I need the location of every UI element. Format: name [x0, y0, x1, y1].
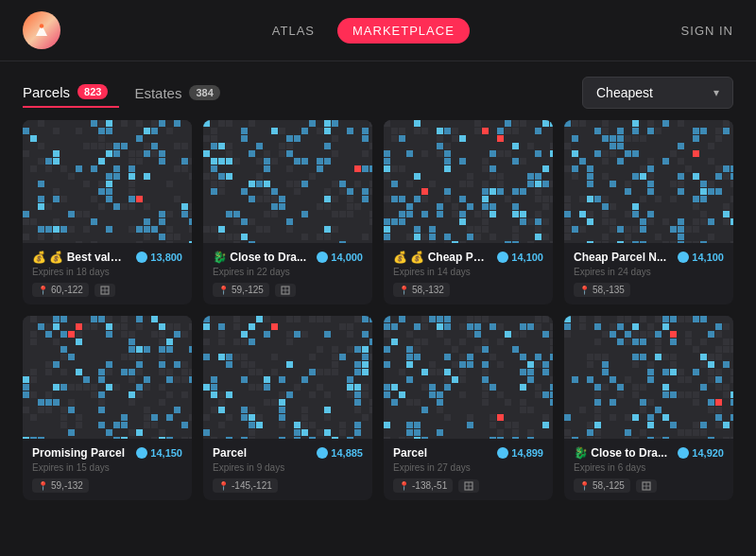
svg-rect-170: [68, 173, 75, 180]
svg-rect-292: [121, 211, 128, 217]
svg-rect-1152: [490, 234, 496, 240]
tab-parcels[interactable]: Parcels 823: [23, 78, 119, 108]
svg-rect-2476: [535, 346, 541, 353]
svg-rect-2673: [459, 414, 466, 421]
card-item[interactable]: Cheap Parcel N...14,100Expires in 24 day…: [564, 120, 733, 304]
svg-rect-8: [60, 120, 67, 127]
logo[interactable]: [23, 11, 60, 49]
svg-rect-3113: [632, 429, 639, 436]
sign-in-button[interactable]: SIGN IN: [681, 24, 733, 38]
svg-rect-2331: [309, 429, 316, 436]
svg-rect-2937: [693, 369, 699, 375]
svg-rect-2064: [203, 346, 210, 353]
svg-rect-1672: [30, 346, 37, 353]
svg-rect-1145: [437, 234, 443, 240]
svg-rect-3131: [594, 437, 601, 439]
svg-rect-1682: [106, 346, 112, 353]
svg-rect-845: [429, 135, 436, 142]
svg-rect-1384: [662, 181, 669, 187]
card-item[interactable]: Promising Parcel14,150Expires in 15 days…: [23, 316, 192, 500]
svg-rect-950: [527, 165, 534, 172]
svg-rect-2664: [391, 414, 398, 421]
svg-rect-1858: [45, 407, 52, 413]
svg-rect-516: [226, 158, 232, 165]
marketplace-nav-link[interactable]: MARKETPLACE: [337, 18, 470, 43]
svg-rect-496: [249, 150, 255, 157]
svg-rect-915: [437, 158, 443, 165]
svg-rect-1396: [579, 188, 586, 195]
svg-rect-2472: [505, 346, 511, 353]
svg-rect-363: [136, 234, 143, 240]
card-item[interactable]: 🐉 Close to Dra...14,920Expires in 6 days…: [564, 316, 733, 500]
svg-rect-319: [151, 218, 158, 225]
card-title: 💰 💰 Cheap Pa...: [393, 251, 488, 264]
svg-rect-2654: [490, 407, 496, 413]
svg-rect-2194: [317, 384, 323, 391]
svg-rect-1417: [564, 196, 571, 202]
svg-rect-405: [256, 120, 263, 127]
svg-rect-1233: [564, 135, 571, 142]
svg-rect-374: [45, 241, 52, 243]
svg-rect-928: [535, 158, 541, 165]
svg-rect-1076: [437, 211, 443, 217]
svg-rect-3148: [723, 437, 730, 439]
svg-rect-2577: [429, 384, 436, 391]
svg-rect-923: [497, 158, 504, 165]
card-price: 14,899: [497, 447, 543, 459]
tab-estates[interactable]: Estates 384: [134, 79, 231, 107]
card-item[interactable]: Parcel14,885Expires in 9 days📍-145,-121: [203, 316, 372, 500]
svg-rect-1775: [113, 376, 120, 383]
svg-rect-350: [38, 234, 44, 240]
svg-rect-652: [211, 203, 217, 210]
svg-rect-593: [286, 181, 293, 187]
card-item[interactable]: 🐉 Close to Dra...14,000Expires in 22 day…: [203, 120, 372, 304]
svg-rect-1862: [76, 407, 82, 413]
card-item[interactable]: 💰 💰 Cheap Pa...14,100Expires in 14 days📍…: [384, 120, 553, 304]
svg-rect-540: [233, 165, 240, 172]
svg-rect-176: [113, 173, 120, 180]
svg-rect-2132: [369, 361, 372, 368]
svg-rect-423: [218, 128, 225, 134]
svg-rect-1638: [121, 331, 128, 338]
svg-rect-2998: [632, 391, 639, 398]
svg-rect-1927: [45, 429, 52, 436]
svg-rect-2785: [587, 323, 593, 330]
svg-rect-1794: [83, 384, 90, 391]
svg-rect-706: [271, 218, 278, 225]
card-item[interactable]: 💰 💰 Best value...13,800Expires in 18 day…: [23, 120, 192, 304]
svg-rect-1778: [136, 376, 143, 383]
svg-rect-1688: [151, 346, 158, 353]
svg-rect-2488: [452, 354, 458, 360]
svg-rect-2705: [527, 422, 534, 428]
svg-rect-1882: [53, 414, 60, 421]
sort-dropdown[interactable]: Cheapest ▾: [582, 77, 733, 109]
svg-rect-740: [354, 226, 361, 233]
svg-rect-2185: [249, 384, 255, 391]
svg-rect-1208: [723, 120, 730, 127]
svg-rect-3094: [662, 422, 669, 428]
svg-rect-357: [91, 234, 97, 240]
svg-rect-300: [181, 211, 188, 217]
svg-rect-3126: [730, 429, 733, 436]
svg-rect-451: [256, 135, 263, 142]
svg-rect-1666: [159, 339, 165, 345]
svg-rect-2693: [437, 422, 443, 428]
card-item[interactable]: Parcel14,899Expires in 27 days📍-138,-51: [384, 316, 553, 500]
svg-rect-1205: [700, 120, 707, 127]
svg-rect-1056: [459, 203, 466, 210]
svg-rect-212: [38, 188, 44, 195]
svg-rect-991: [490, 181, 496, 187]
svg-rect-3096: [678, 422, 684, 428]
svg-rect-2631: [490, 399, 496, 406]
svg-rect-2776: [693, 316, 699, 322]
svg-rect-1512: [587, 226, 593, 233]
atlas-nav-link[interactable]: ATLAS: [272, 24, 315, 38]
svg-rect-122: [53, 158, 60, 165]
svg-rect-2437: [414, 339, 421, 345]
svg-rect-2109: [369, 354, 372, 360]
svg-rect-1017: [512, 188, 519, 195]
svg-rect-2816: [647, 331, 654, 338]
svg-rect-2845: [693, 339, 699, 345]
svg-rect-1172: [467, 241, 473, 243]
svg-rect-42: [144, 128, 150, 134]
